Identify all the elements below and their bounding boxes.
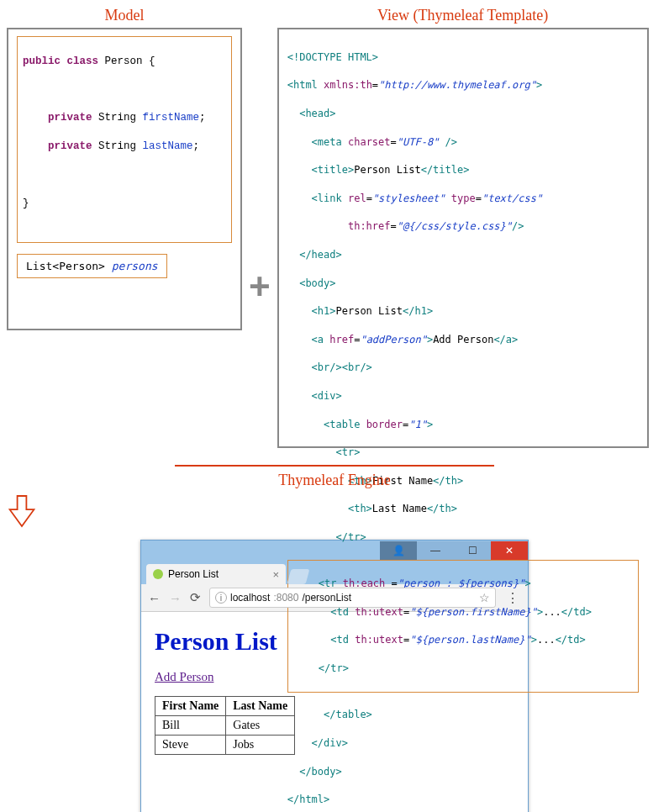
table-header-row: First Name Last Name [155,697,295,716]
type-string2: String [92,140,143,152]
list-type: List<Person> [26,260,112,272]
forward-icon[interactable]: → [169,591,182,605]
address-input[interactable]: i localhost:8080/personList ☆ [209,588,496,608]
maximize-button[interactable]: ☐ [454,541,491,560]
close-brace: } [23,197,226,211]
th-lastname: Last Name [226,697,295,716]
info-icon[interactable]: i [215,592,227,604]
field-lastname: lastName [143,140,193,152]
list-expression-box: List<Person> persons [17,254,167,278]
table-row: Steve Jobs [155,736,295,755]
model-code-box: public class Person { private String fir… [17,36,232,243]
url-path: /personList [302,592,351,604]
view-label: View (Thymeleaf Template) [277,7,649,24]
cell-lastname: Gates [226,716,295,736]
cell-firstname: Steve [155,736,226,755]
kw-private: private [23,112,92,124]
list-var: persons [112,260,158,272]
cell-firstname: Bill [155,716,226,736]
view-code: <!DOCTYPE HTML> <html xmlns:th="http://w… [287,36,639,812]
type-string: String [92,112,143,124]
browser-tab[interactable]: Person List × [146,564,286,584]
plus-icon: + [249,268,271,305]
view-panel: <!DOCTYPE HTML> <html xmlns:th="http://w… [277,28,649,448]
bookmark-star-icon[interactable]: ☆ [479,591,490,604]
model-panel: public class Person { private String fir… [7,28,242,330]
field-firstname: firstName [143,112,200,124]
model-column: Model public class Person { private Stri… [7,7,242,330]
model-label: Model [7,7,242,24]
arrow-down-icon [7,494,37,528]
person-table: First Name Last Name Bill Gates Steve Jo… [155,696,295,755]
cell-lastname: Jobs [226,736,295,755]
minimize-button[interactable]: — [417,541,454,560]
top-row: Model public class Person { private Stri… [7,7,662,448]
class-decl: Person { [98,55,155,67]
table-row: Bill Gates [155,716,295,736]
kw-public: public [23,55,61,67]
close-button[interactable]: ✕ [491,541,528,560]
tab-title: Person List [168,568,219,580]
kw-class: class [61,55,98,67]
doctype: <!DOCTYPE HTML> [287,51,378,63]
view-column: View (Thymeleaf Template) <!DOCTYPE HTML… [277,7,649,448]
thymeleaf-each-highlight: <tr th:each ="person : ${persons}"> <td … [287,560,639,692]
back-icon[interactable]: ← [148,591,161,605]
reload-icon[interactable]: ⟳ [190,590,201,605]
menu-icon[interactable]: ⋮ [504,590,521,606]
user-icon[interactable]: 👤 [380,541,417,560]
th-firstname: First Name [155,697,226,716]
tab-close-icon[interactable]: × [272,568,279,581]
favicon-icon [153,569,163,579]
kw-private2: private [23,140,92,152]
add-person-link[interactable]: Add Person [155,670,213,683]
url-port: :8080 [273,592,298,604]
url-host: localhost [230,592,270,604]
